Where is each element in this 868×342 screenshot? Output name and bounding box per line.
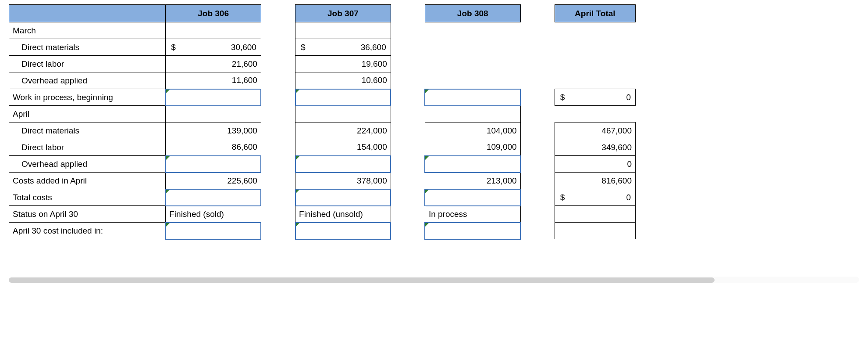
row-april-oh: Overhead applied 0: [9, 156, 636, 173]
label-march-dl: Direct labor: [9, 56, 166, 72]
cell-costs-added-total: 816,600: [555, 173, 635, 189]
cell-march-dm-307: $36,600: [295, 39, 391, 56]
job-cost-table: Job 306 Job 307 Job 308 April Total Marc…: [9, 4, 636, 240]
label-march-oh: Overhead applied: [9, 72, 166, 89]
input-total-306[interactable]: [166, 189, 261, 206]
input-april-oh-306[interactable]: [166, 156, 261, 173]
label-april: April: [9, 106, 166, 122]
row-total-costs: Total costs $0: [9, 189, 636, 206]
cell-april-dl-306: 86,600: [166, 139, 261, 156]
row-wip-begin: Work in process, beginning $0: [9, 89, 636, 106]
cell-costs-added-307: 378,000: [295, 173, 391, 189]
input-included-308[interactable]: [425, 223, 520, 239]
cell-april-dl-308: 109,000: [425, 139, 520, 156]
cell-total-costs-total: $0: [555, 189, 635, 206]
cell-april-dl-total: 349,600: [555, 139, 635, 156]
row-march: March: [9, 22, 636, 39]
input-wip-308[interactable]: [425, 89, 520, 106]
cell-costs-added-306: 225,600: [166, 173, 261, 189]
cell-march-dl-306: 21,600: [166, 56, 261, 72]
horizontal-scrollbar[interactable]: [9, 275, 859, 284]
row-included-in: April 30 cost included in:: [9, 223, 636, 239]
input-april-oh-307[interactable]: [295, 156, 391, 173]
input-april-oh-308[interactable]: [425, 156, 520, 173]
header-job306: Job 306: [166, 5, 261, 22]
cell-april-dm-308: 104,000: [425, 122, 520, 139]
row-april-dl: Direct labor 86,600 154,000 109,000 349,…: [9, 139, 636, 156]
cell-april-dm-total: 467,000: [555, 122, 635, 139]
label-total-costs: Total costs: [9, 189, 166, 206]
header-blank: [9, 5, 166, 22]
cell-april-dm-307: 224,000: [295, 122, 391, 139]
header-row: Job 306 Job 307 Job 308 April Total: [9, 5, 636, 22]
label-included-in: April 30 cost included in:: [9, 223, 166, 239]
label-march: March: [9, 22, 166, 39]
header-april-total: April Total: [555, 5, 635, 22]
label-wip-begin: Work in process, beginning: [9, 89, 166, 106]
label-costs-added: Costs added in April: [9, 173, 166, 189]
label-march-dm: Direct materials: [9, 39, 166, 56]
row-costs-added: Costs added in April 225,600 378,000 213…: [9, 173, 636, 189]
cell-april-oh-total: 0: [555, 156, 635, 173]
cell-march-dm-306: $30,600: [166, 39, 261, 56]
input-included-307[interactable]: [295, 223, 391, 239]
cell-march-oh-306: 11,600: [166, 72, 261, 89]
row-march-dl: Direct labor 21,600 19,600: [9, 56, 636, 72]
cell-april-dl-307: 154,000: [295, 139, 391, 156]
input-included-306[interactable]: [166, 223, 261, 239]
input-total-307[interactable]: [295, 189, 391, 206]
row-april-dm: Direct materials 139,000 224,000 104,000…: [9, 122, 636, 139]
label-april-dm: Direct materials: [9, 122, 166, 139]
label-status: Status on April 30: [9, 206, 166, 223]
label-april-oh: Overhead applied: [9, 156, 166, 173]
input-wip-307[interactable]: [295, 89, 391, 106]
cell-status-308: In process: [425, 206, 520, 223]
row-status: Status on April 30 Finished (sold) Finis…: [9, 206, 636, 223]
label-april-dl: Direct labor: [9, 139, 166, 156]
header-job308: Job 308: [425, 5, 520, 22]
row-april: April: [9, 106, 636, 122]
row-march-oh: Overhead applied 11,600 10,600: [9, 72, 636, 89]
header-job307: Job 307: [295, 5, 391, 22]
cell-status-307: Finished (unsold): [295, 206, 391, 223]
cell-april-dm-306: 139,000: [166, 122, 261, 139]
cell-march-dl-307: 19,600: [295, 56, 391, 72]
row-march-dm: Direct materials $30,600 $36,600: [9, 39, 636, 56]
cell-status-306: Finished (sold): [166, 206, 261, 223]
cell-costs-added-308: 213,000: [425, 173, 520, 189]
input-wip-306[interactable]: [166, 89, 261, 106]
input-total-308[interactable]: [425, 189, 520, 206]
cell-wip-total: $0: [555, 89, 635, 106]
cell-march-oh-307: 10,600: [295, 72, 391, 89]
